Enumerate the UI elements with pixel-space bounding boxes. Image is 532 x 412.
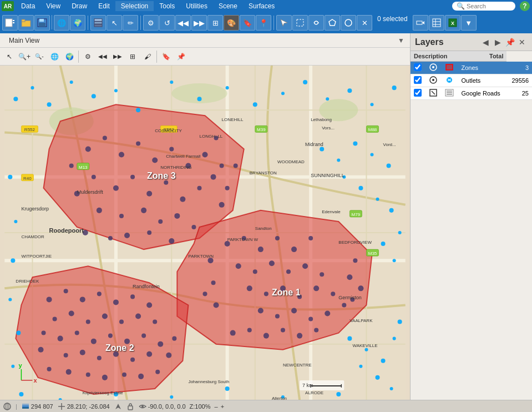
- deselect-btn[interactable]: ✕: [357, 15, 372, 31]
- map-arrows-right[interactable]: ▶▶: [110, 49, 125, 64]
- status-zoom: Z:100%: [190, 403, 211, 410]
- svg-point-65: [347, 336, 352, 341]
- panel-close-btn[interactable]: ✕: [516, 37, 528, 48]
- help-button[interactable]: ?: [520, 1, 530, 11]
- map-paint[interactable]: 🖌: [140, 49, 155, 64]
- paint-btn[interactable]: 🎨: [224, 15, 239, 31]
- status-layers-icon: [22, 403, 29, 410]
- select-table[interactable]: [429, 15, 444, 31]
- status-zoom-minus[interactable]: –: [215, 403, 218, 410]
- main-view-tab[interactable]: Main View: [4, 34, 44, 47]
- map-zoom-out[interactable]: 🔍-: [32, 49, 47, 64]
- panel-pin-btn[interactable]: 📌: [504, 37, 515, 48]
- svg-point-139: [275, 314, 280, 318]
- map-zoom-in[interactable]: 🔍+: [17, 49, 32, 64]
- svg-marker-17: [422, 21, 424, 24]
- refresh-btn[interactable]: ↺: [159, 15, 175, 31]
- svg-point-168: [102, 313, 108, 319]
- menu-utilities[interactable]: Utilities: [180, 1, 213, 11]
- pen-tool[interactable]: ✏: [123, 15, 138, 31]
- svg-rect-13: [297, 19, 303, 26]
- select-more[interactable]: ▼: [461, 15, 477, 31]
- select-excel[interactable]: X: [445, 15, 460, 31]
- svg-point-42: [136, 108, 140, 112]
- menu-surfaces[interactable]: Surfaces: [243, 1, 280, 11]
- svg-point-43: [170, 81, 173, 84]
- menu-view[interactable]: View: [40, 1, 66, 11]
- map-grid[interactable]: ⊞: [125, 49, 140, 64]
- svg-point-188: [66, 369, 72, 375]
- svg-point-67: [381, 359, 386, 363]
- svg-point-159: [64, 289, 68, 293]
- layer-zones-checkbox[interactable]: [414, 63, 422, 71]
- layer-outlets-checkbox[interactable]: [414, 76, 422, 84]
- search-input[interactable]: [467, 3, 511, 9]
- svg-text:Allerton: Allerton: [272, 396, 287, 400]
- svg-text:WAKEVILLE: WAKEVILLE: [352, 343, 377, 348]
- status-zoom-plus[interactable]: +: [221, 403, 224, 410]
- svg-point-83: [225, 386, 230, 391]
- svg-point-48: [303, 80, 307, 84]
- menu-data[interactable]: Data: [16, 1, 40, 11]
- globe2-button[interactable]: 🌍: [70, 15, 85, 31]
- svg-point-46: [253, 102, 257, 107]
- map-settings[interactable]: ⚙: [80, 49, 95, 64]
- svg-point-87: [103, 135, 107, 140]
- svg-text:PARKTOWN: PARKTOWN: [188, 254, 214, 259]
- cursor-tool[interactable]: ↖: [107, 15, 122, 31]
- map-arrows-left[interactable]: ◀◀: [95, 49, 110, 64]
- bookmark-btn[interactable]: 🔖: [240, 15, 255, 31]
- layers-icon-btn[interactable]: [90, 15, 106, 31]
- tab-dropdown-arrow[interactable]: ▼: [397, 36, 406, 45]
- poly-select[interactable]: [325, 15, 340, 31]
- pin-btn[interactable]: 📍: [256, 15, 271, 31]
- new-button[interactable]: [2, 15, 18, 31]
- select-config1[interactable]: [413, 15, 428, 31]
- status-navigate-icon: [114, 403, 122, 410]
- svg-point-150: [358, 285, 363, 291]
- svg-point-77: [16, 331, 21, 335]
- svg-text:Midrand: Midrand: [305, 142, 323, 147]
- layers-panel: Layers ◀ ▶ 📌 ✕ Description Total: [410, 33, 532, 400]
- box-select[interactable]: [292, 15, 308, 31]
- panel-back-btn[interactable]: ◀: [480, 37, 491, 48]
- menu-draw[interactable]: Draw: [66, 1, 93, 11]
- svg-point-52: [392, 86, 397, 90]
- layer-outlets-name: Outlets: [458, 74, 506, 87]
- map-pin-flag[interactable]: 📌: [174, 49, 188, 64]
- svg-text:M88: M88: [368, 127, 377, 132]
- circle-select[interactable]: [341, 15, 356, 31]
- svg-point-15: [345, 19, 352, 26]
- svg-point-66: [364, 348, 368, 351]
- map-globe[interactable]: 🌐: [47, 49, 62, 64]
- svg-point-157: [314, 328, 318, 333]
- layer-zones-count: 3: [506, 62, 532, 74]
- layer-outlets-type-icon: [445, 76, 454, 84]
- grid-btn[interactable]: ⊞: [207, 15, 223, 31]
- svg-point-191: [122, 373, 126, 377]
- open-button[interactable]: [18, 15, 34, 31]
- svg-point-181: [97, 356, 102, 360]
- panel-forward-btn[interactable]: ▶: [492, 37, 503, 48]
- menu-selection[interactable]: Selection: [115, 1, 154, 11]
- globe-button[interactable]: 🌐: [54, 15, 69, 31]
- map-arrow-tool[interactable]: ↖: [2, 49, 17, 64]
- map-globe2[interactable]: 🌍: [62, 49, 77, 64]
- map-canvas[interactable]: R552 R552 M39 M88 R40 M13 M35 M79: [0, 66, 410, 400]
- settings-btn[interactable]: ⚙: [143, 15, 159, 31]
- svg-point-57: [387, 164, 391, 168]
- svg-point-86: [85, 146, 91, 152]
- svg-point-167: [86, 320, 90, 324]
- svg-point-132: [247, 285, 252, 291]
- menu-scene[interactable]: Scene: [213, 1, 243, 11]
- lasso-select[interactable]: [308, 15, 324, 31]
- arrows-left-btn[interactable]: ◀◀: [175, 15, 191, 31]
- menu-tools[interactable]: Tools: [154, 1, 180, 11]
- menu-edit[interactable]: Edit: [93, 1, 115, 11]
- save-button[interactable]: [34, 15, 50, 31]
- layer-roads-checkbox[interactable]: [414, 89, 422, 97]
- select-tool[interactable]: [276, 15, 292, 31]
- arrows-right-btn[interactable]: ▶▶: [191, 15, 207, 31]
- search-box[interactable]: 🔍: [452, 2, 515, 11]
- map-bookmark[interactable]: 🔖: [159, 49, 173, 64]
